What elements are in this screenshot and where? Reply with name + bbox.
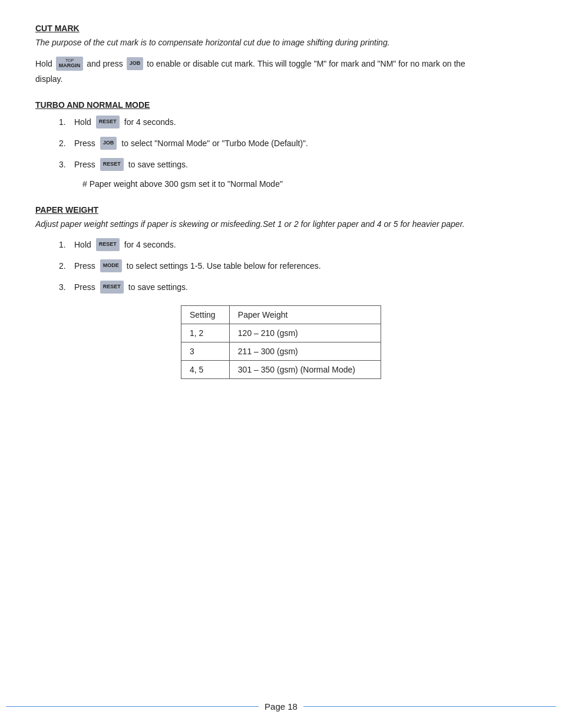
reset-button-turbo1: RESET xyxy=(96,116,120,129)
paper-weight-table: Setting Paper Weight 1, 2120 – 210 (gsm)… xyxy=(181,305,381,379)
reset-button-pw1: RESET xyxy=(96,238,120,251)
pw-step2-suffix: to select settings 1-5. Use table below … xyxy=(127,261,321,271)
turbo-step2-press: Press xyxy=(74,139,95,148)
pw-step-3: 3. Press RESET to save settings. xyxy=(59,281,527,294)
turbo-normal-title: TURBO AND NORMAL MODE xyxy=(35,100,527,110)
pw-step-2: 2. Press MODE to select settings 1-5. Us… xyxy=(59,259,527,272)
pw-step3-press: Press xyxy=(74,282,95,292)
footer-line-right xyxy=(303,706,556,707)
pw-step1-hold: Hold xyxy=(74,240,91,249)
reset-button-pw3: RESET xyxy=(100,281,124,294)
page-footer: Page 18 xyxy=(0,701,562,711)
pw-step2-press: Press xyxy=(74,261,95,271)
turbo-step1-hold: Hold xyxy=(74,117,91,127)
turbo-steps: 1. Hold RESET for 4 seconds. 2. Press JO… xyxy=(59,116,527,189)
turbo-step2-suffix: to select "Normal Mode" or "Turbo Mode (… xyxy=(121,139,308,148)
table-cell-setting: 1, 2 xyxy=(181,324,230,342)
cut-mark-title: CUT MARK xyxy=(35,24,527,33)
turbo-step3-suffix: to save settings. xyxy=(128,160,188,169)
hold-label: Hold xyxy=(35,59,52,68)
turbo-note: # Paper weight above 300 gsm set it to "… xyxy=(82,179,527,189)
to-enable-label: to enable or disable cut mark. xyxy=(147,59,255,68)
paper-weight-desc: Adjust paper weight settings if paper is… xyxy=(35,219,527,229)
turbo-step-1: 1. Hold RESET for 4 seconds. xyxy=(59,116,527,129)
cut-mark-instruction-row: Hold TOP MARGIN and press JOB to enable … xyxy=(35,57,527,71)
table-col-weight: Paper Weight xyxy=(229,305,381,324)
turbo-step1-suffix: for 4 seconds. xyxy=(124,117,176,127)
paper-weight-title: PAPER WEIGHT xyxy=(35,205,527,215)
table-cell-weight: 211 – 300 (gsm) xyxy=(229,342,381,360)
page-number: Page 18 xyxy=(265,701,297,711)
pw-step1-suffix: for 4 seconds. xyxy=(124,240,176,249)
toggle-label: This will toggle "M" for mark and "NM" f… xyxy=(257,59,465,68)
cut-mark-desc: The purpose of the cut mark is to compen… xyxy=(35,38,527,47)
paper-weight-steps: 1. Hold RESET for 4 seconds. 2. Press MO… xyxy=(59,238,527,294)
turbo-step-2: 2. Press JOB to select "Normal Mode" or … xyxy=(59,137,527,150)
turbo-step-3: 3. Press RESET to save settings. xyxy=(59,158,527,171)
table-col-setting: Setting xyxy=(181,305,230,324)
pw-step3-suffix: to save settings. xyxy=(128,282,188,292)
table-row: 1, 2120 – 210 (gsm) xyxy=(181,324,381,342)
and-press-label: and press xyxy=(87,59,123,68)
table-cell-setting: 3 xyxy=(181,342,230,360)
turbo-normal-section: TURBO AND NORMAL MODE 1. Hold RESET for … xyxy=(35,100,527,189)
cut-mark-section: CUT MARK The purpose of the cut mark is … xyxy=(35,24,527,84)
table-row: 3211 – 300 (gsm) xyxy=(181,342,381,360)
top-margin-button: TOP MARGIN xyxy=(56,57,84,71)
paper-weight-section: PAPER WEIGHT Adjust paper weight setting… xyxy=(35,205,527,379)
table-row: 4, 5301 – 350 (gsm) (Normal Mode) xyxy=(181,360,381,378)
turbo-step3-press: Press xyxy=(74,160,95,169)
table-cell-weight: 301 – 350 (gsm) (Normal Mode) xyxy=(229,360,381,378)
reset-button-turbo3: RESET xyxy=(100,158,124,171)
table-cell-weight: 120 – 210 (gsm) xyxy=(229,324,381,342)
job-button-turbo: JOB xyxy=(100,137,117,150)
job-button-cutmark: JOB xyxy=(127,57,144,70)
mode-button-pw: MODE xyxy=(100,259,122,272)
pw-step-1: 1. Hold RESET for 4 seconds. xyxy=(59,238,527,251)
footer-line-left xyxy=(6,706,259,707)
table-cell-setting: 4, 5 xyxy=(181,360,230,378)
display-label: display. xyxy=(35,74,527,84)
